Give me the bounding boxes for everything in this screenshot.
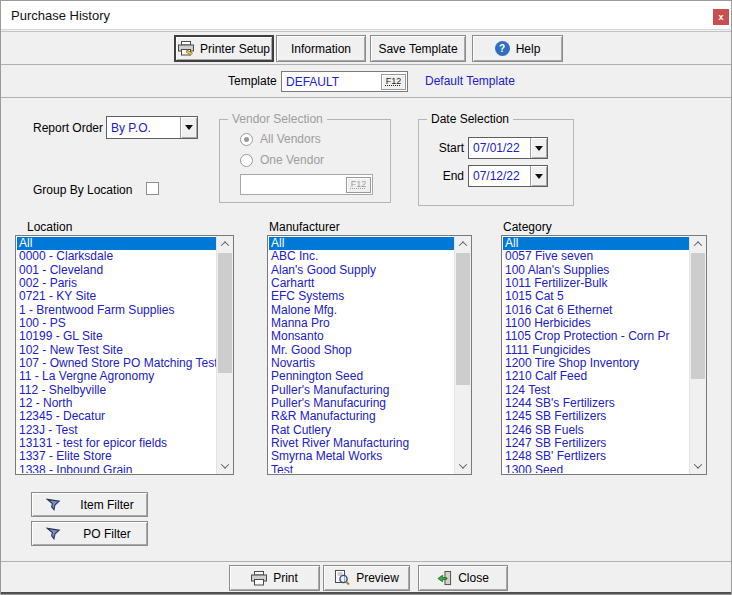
start-date-arrow-button[interactable]	[530, 138, 547, 158]
list-item[interactable]: Monsanto	[269, 330, 454, 343]
list-item[interactable]: 0721 - KY Site	[17, 290, 216, 303]
list-item[interactable]: 1111 Fungicides	[503, 344, 689, 357]
scroll-down-button[interactable]	[690, 458, 706, 474]
list-item[interactable]: 107 - Owned Store PO Matching Test	[17, 357, 216, 370]
bottom-toolbar: Print Preview Cl	[1, 561, 731, 593]
one-vendor-option[interactable]: One Vendor	[240, 153, 324, 167]
list-item[interactable]: All	[17, 237, 216, 250]
start-date-dropdown[interactable]: 07/01/22	[468, 137, 548, 159]
help-button[interactable]: ? Help	[472, 35, 563, 62]
end-date-arrow-button[interactable]	[530, 166, 547, 186]
scrollbar-thumb[interactable]	[218, 253, 232, 373]
item-filter-button[interactable]: Item Filter	[31, 492, 148, 517]
list-item[interactable]: 1337 - Elite Store	[17, 450, 216, 463]
list-item[interactable]: ABC Inc.	[269, 250, 454, 263]
help-icon: ?	[495, 41, 510, 56]
list-item[interactable]: All	[269, 237, 454, 250]
list-item[interactable]: Manna Pro	[269, 317, 454, 330]
list-item[interactable]: Puller's Manufacuring	[269, 397, 454, 410]
list-item[interactable]: 100 Alan's Supplies	[503, 264, 689, 277]
list-item[interactable]: All	[503, 237, 689, 250]
printer-setup-button[interactable]: Printer Setup	[174, 35, 274, 62]
vendor-f12-button[interactable]: F12	[346, 177, 371, 193]
po-filter-button[interactable]: PO Filter	[31, 521, 148, 546]
list-item[interactable]: Pennington Seed	[269, 370, 454, 383]
scrollbar-thumb[interactable]	[456, 253, 470, 385]
list-item[interactable]: 11 - La Vergne Agronomy	[17, 370, 216, 383]
list-item[interactable]: Test	[269, 464, 454, 473]
location-listbox[interactable]: All0000 - Clarksdale001 - Cleveland002 -…	[15, 235, 234, 475]
list-item[interactable]: 1015 Cat 5	[503, 290, 689, 303]
list-item[interactable]: 102 - New Test Site	[17, 344, 216, 357]
list-item[interactable]: 10199 - GL Site	[17, 330, 216, 343]
list-item[interactable]: 1248 SB' Fertlizers	[503, 450, 689, 463]
all-vendors-label: All Vendors	[260, 132, 321, 146]
list-item[interactable]: Malone Mfg.	[269, 304, 454, 317]
scrollbar-thumb[interactable]	[691, 253, 705, 379]
list-item[interactable]: 1210 Calf Feed	[503, 370, 689, 383]
list-item[interactable]: 1 - Brentwood Farm Supplies	[17, 304, 216, 317]
start-date-value: 07/01/22	[469, 138, 530, 158]
vendor-selection-group: Vendor Selection All Vendors One Vendor …	[219, 119, 391, 203]
close-button[interactable]: x	[713, 9, 729, 25]
list-item[interactable]: 1100 Herbicides	[503, 317, 689, 330]
list-item[interactable]: EFC Systems	[269, 290, 454, 303]
list-item[interactable]: 001 - Cleveland	[17, 264, 216, 277]
list-item[interactable]: 12345 - Decatur	[17, 410, 216, 423]
all-vendors-option[interactable]: All Vendors	[240, 132, 321, 146]
list-item[interactable]: Alan's Good Supply	[269, 264, 454, 277]
scroll-down-button[interactable]	[455, 458, 471, 474]
information-label: Information	[291, 42, 351, 56]
list-item[interactable]: 1245 SB Fertilizers	[503, 410, 689, 423]
close-window-button[interactable]: Close	[418, 565, 508, 591]
information-button[interactable]: Information	[276, 35, 366, 62]
list-item[interactable]: 0057 Five seven	[503, 250, 689, 263]
list-item[interactable]: 1200 Tire Shop Inventory	[503, 357, 689, 370]
funnel-icon	[46, 526, 61, 541]
category-listbox[interactable]: All0057 Five seven100 Alan's Supplies101…	[501, 235, 707, 475]
save-template-button[interactable]: Save Template	[370, 35, 466, 62]
preview-label: Preview	[356, 571, 399, 585]
list-item[interactable]: 1247 SB Fertilizers	[503, 437, 689, 450]
list-item[interactable]: Mr. Good Shop	[269, 344, 454, 357]
list-item[interactable]: 1246 SB Fuels	[503, 424, 689, 437]
vendor-input[interactable]: F12	[240, 174, 373, 195]
list-item[interactable]: R&R Manufacturing	[269, 410, 454, 423]
list-item[interactable]: 1016 Cat 6 Ethernet	[503, 304, 689, 317]
template-f12-button[interactable]: F12	[381, 74, 406, 90]
list-item[interactable]: 1105 Crop Protection - Corn Pr	[503, 330, 689, 343]
list-item[interactable]: 0000 - Clarksdale	[17, 250, 216, 263]
group-by-location-checkbox[interactable]	[146, 182, 159, 195]
list-item[interactable]: 124 Test	[503, 384, 689, 397]
template-input[interactable]: DEFAULT F12	[281, 71, 408, 92]
list-item[interactable]: 123J - Test	[17, 424, 216, 437]
list-item[interactable]: 112 - Shelbyville	[17, 384, 216, 397]
location-scrollbar[interactable]	[216, 236, 233, 474]
list-item[interactable]: Smyrna Metal Works	[269, 450, 454, 463]
list-item[interactable]: 1244 SB's Fertilizers	[503, 397, 689, 410]
scroll-up-button[interactable]	[690, 236, 706, 252]
manufacturer-scrollbar[interactable]	[454, 236, 471, 474]
list-item[interactable]: 100 - PS	[17, 317, 216, 330]
print-button[interactable]: Print	[229, 565, 320, 591]
end-date-dropdown[interactable]: 07/12/22	[468, 165, 548, 187]
list-item[interactable]: Rivet River Manufacturing	[269, 437, 454, 450]
list-item[interactable]: Puller's Manufacturing	[269, 384, 454, 397]
list-item[interactable]: 1300 Seed	[503, 464, 689, 473]
manufacturer-listbox[interactable]: AllABC Inc.Alan's Good SupplyCarharttEFC…	[267, 235, 472, 475]
report-order-arrow-button[interactable]	[180, 117, 197, 138]
list-item[interactable]: 1011 Fertilizer-Bulk	[503, 277, 689, 290]
list-item[interactable]: Rat Cutlery	[269, 424, 454, 437]
list-item[interactable]: Novartis	[269, 357, 454, 370]
report-order-dropdown[interactable]: By P.O.	[106, 116, 198, 139]
preview-button[interactable]: Preview	[323, 565, 410, 591]
list-item[interactable]: 12 - North	[17, 397, 216, 410]
scroll-up-button[interactable]	[455, 236, 471, 252]
category-scrollbar[interactable]	[689, 236, 706, 474]
list-item[interactable]: 13131 - test for epicor fields	[17, 437, 216, 450]
list-item[interactable]: Carhartt	[269, 277, 454, 290]
list-item[interactable]: 1338 - Inbound Grain	[17, 464, 216, 473]
scroll-up-button[interactable]	[217, 236, 233, 252]
scroll-down-button[interactable]	[217, 458, 233, 474]
list-item[interactable]: 002 - Paris	[17, 277, 216, 290]
